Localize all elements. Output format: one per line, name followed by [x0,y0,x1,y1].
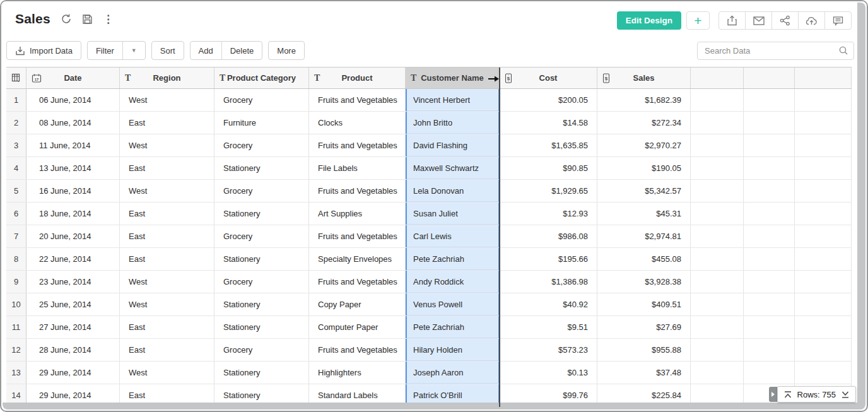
more-button[interactable]: More [268,41,305,60]
cell-empty[interactable] [691,362,744,384]
cell-product[interactable]: Fruits and Vegetables [309,225,406,247]
cell-empty[interactable] [795,316,852,338]
cell-category[interactable]: Stationery [214,293,309,315]
add-button[interactable]: Add [191,42,221,59]
cell-customer[interactable]: John Britto [406,112,500,134]
cell-product[interactable]: Clocks [309,112,406,134]
cell-cost[interactable]: $9.51 [500,316,597,338]
export-button[interactable] [718,11,746,30]
cell-customer[interactable]: Vincent Herbert [406,89,500,111]
cell-empty[interactable] [744,339,795,361]
filter-dropdown-button[interactable]: ▼ [122,42,145,59]
header-cell-cost[interactable]: $Cost [500,68,597,88]
upload-button[interactable] [798,11,825,30]
cell-sales[interactable]: $45.31 [597,203,691,225]
cell-customer[interactable]: Pete Zachriah [406,248,500,270]
cell-region[interactable]: West [120,293,214,315]
cell-category[interactable]: Stationery [214,316,309,338]
cell-num[interactable]: 7 [6,225,26,247]
cell-empty[interactable] [795,248,852,270]
cell-cost[interactable]: $14.58 [500,112,597,134]
title-menu-button[interactable]: ⋮ [103,14,114,25]
cell-category[interactable]: Stationery [214,362,309,384]
import-data-button[interactable]: Import Data [6,41,81,60]
cell-empty[interactable] [691,248,744,270]
cell-region[interactable]: East [120,112,214,134]
cell-category[interactable]: Stationery [214,157,309,179]
cell-empty[interactable] [744,180,795,202]
cell-date[interactable]: 29 June, 2014 [26,362,120,384]
cell-customer[interactable]: Lela Donovan [406,180,500,202]
cell-product[interactable]: Computer Paper [309,316,406,338]
cell-empty[interactable] [744,293,795,315]
filter-button[interactable]: Filter [88,42,122,59]
cell-category[interactable]: Grocery [214,271,309,293]
cell-sales[interactable]: $272.34 [597,112,691,134]
cell-empty[interactable] [744,157,795,179]
cell-date[interactable]: 27 June, 2014 [26,316,120,338]
cell-product[interactable]: Specialty Envelopes [309,248,406,270]
cell-region[interactable]: West [120,134,214,156]
header-cell-empty[interactable] [691,68,744,88]
cell-date[interactable]: 06 June, 2014 [26,89,120,111]
cell-product[interactable]: Highlighters [309,362,406,384]
cell-category[interactable]: Grocery [214,339,309,361]
cell-cost[interactable]: $90.85 [500,157,597,179]
cell-num[interactable]: 3 [6,134,26,156]
cell-empty[interactable] [691,134,744,156]
cell-empty[interactable] [744,225,795,247]
cell-num[interactable]: 8 [6,248,26,270]
delete-button[interactable]: Delete [221,42,262,59]
cell-category[interactable]: Grocery [214,134,309,156]
cell-empty[interactable] [691,316,744,338]
cell-empty[interactable] [691,89,744,111]
cell-date[interactable]: 16 June, 2014 [26,180,120,202]
header-cell-date[interactable]: 17Date [26,68,120,88]
refresh-button[interactable] [61,13,72,25]
cell-sales[interactable]: $455.08 [597,248,691,270]
cell-region[interactable]: West [120,271,214,293]
cell-region[interactable]: East [120,157,214,179]
cell-customer[interactable]: Susan Juliet [406,203,500,225]
cell-cost[interactable]: $986.08 [500,225,597,247]
cell-region[interactable]: East [120,203,214,225]
cell-sales[interactable]: $3,928.38 [597,271,691,293]
cell-sales[interactable]: $37.48 [597,362,691,384]
cell-date[interactable]: 18 June, 2014 [26,203,120,225]
edit-design-button[interactable]: Edit Design [617,11,681,30]
cell-num[interactable]: 9 [6,271,26,293]
cell-category[interactable]: Grocery [214,89,309,111]
cell-empty[interactable] [795,339,852,361]
cell-product[interactable]: Fruits and Vegetables [309,180,406,202]
cell-empty[interactable] [795,180,852,202]
cell-empty[interactable] [795,271,852,293]
cell-customer[interactable]: David Flashing [406,134,500,156]
scroll-to-bottom-button[interactable] [841,391,850,399]
column-resize-line[interactable] [499,68,500,407]
cell-cost[interactable]: $573.23 [500,339,597,361]
save-button[interactable] [82,14,93,25]
email-button[interactable] [745,11,772,30]
cell-empty[interactable] [744,248,795,270]
cell-product[interactable]: Fruits and Vegetables [309,339,406,361]
cell-empty[interactable] [795,293,852,315]
cell-customer[interactable]: Maxwell Schwartz [406,157,500,179]
cell-num[interactable]: 6 [6,203,26,225]
cell-date[interactable]: 08 June, 2014 [26,112,120,134]
header-cell-customer-name[interactable]: TCustomer Name [406,68,500,88]
cell-empty[interactable] [691,180,744,202]
cell-empty[interactable] [795,203,852,225]
cell-num[interactable]: 1 [6,89,26,111]
cell-empty[interactable] [744,203,795,225]
cell-empty[interactable] [795,362,852,384]
cell-region[interactable]: West [120,180,214,202]
comment-button[interactable] [824,11,852,30]
cell-date[interactable]: 23 June, 2014 [26,271,120,293]
cell-cost[interactable]: $1,635.85 [500,134,597,156]
cell-empty[interactable] [691,225,744,247]
cell-customer[interactable]: Carl Lewis [406,225,500,247]
cell-region[interactable]: East [120,339,214,361]
cell-sales[interactable]: $409.51 [597,293,691,315]
cell-cost[interactable]: $1,929.65 [500,180,597,202]
cell-num[interactable]: 12 [6,339,26,361]
